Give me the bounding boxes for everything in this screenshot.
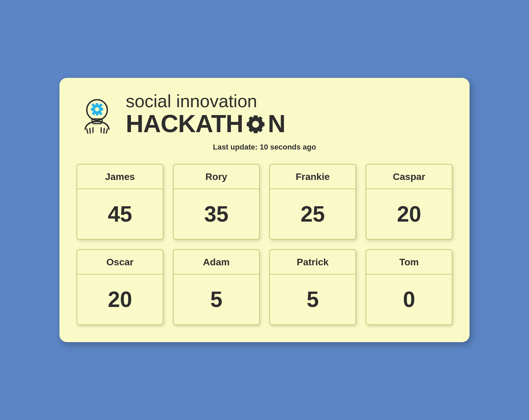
player-score: 20 bbox=[77, 275, 163, 324]
player-card-caspar: Caspar20 bbox=[366, 164, 452, 240]
svg-point-11 bbox=[95, 107, 99, 111]
player-name: James bbox=[77, 165, 163, 189]
svg-line-8 bbox=[104, 128, 104, 133]
title-top: social innovation bbox=[126, 92, 285, 111]
player-name: Tom bbox=[366, 250, 452, 275]
svg-line-4 bbox=[87, 129, 88, 133]
player-card-james: James45 bbox=[77, 164, 163, 240]
main-card: social innovation HACKATH N Last update:… bbox=[59, 78, 470, 342]
player-card-adam: Adam5 bbox=[173, 249, 260, 325]
player-score: 45 bbox=[77, 189, 163, 239]
svg-rect-12 bbox=[96, 103, 98, 106]
title-bottom: HACKATH N bbox=[126, 111, 285, 139]
player-score: 20 bbox=[366, 189, 452, 239]
player-score: 5 bbox=[174, 275, 259, 324]
player-score: 0 bbox=[366, 275, 452, 324]
player-score: 5 bbox=[270, 275, 355, 324]
svg-rect-15 bbox=[91, 108, 93, 111]
svg-rect-24 bbox=[247, 122, 250, 126]
header: social innovation HACKATH N bbox=[77, 92, 452, 139]
logo-icon bbox=[77, 95, 118, 136]
player-card-rory: Rory35 bbox=[173, 164, 260, 240]
header-text: social innovation HACKATH N bbox=[126, 92, 285, 139]
svg-rect-23 bbox=[254, 129, 258, 133]
player-card-frankie: Frankie25 bbox=[269, 164, 356, 240]
players-grid: James45Rory35Frankie25Caspar20Oscar20Ada… bbox=[77, 164, 452, 325]
svg-line-5 bbox=[90, 128, 90, 133]
player-name: Rory bbox=[174, 165, 259, 189]
svg-point-21 bbox=[252, 121, 259, 128]
player-score: 35 bbox=[174, 189, 259, 239]
svg-rect-14 bbox=[101, 108, 103, 111]
svg-rect-25 bbox=[261, 122, 264, 126]
player-name: Adam bbox=[174, 250, 259, 275]
subtitle: Last update: 10 seconds ago bbox=[77, 143, 452, 152]
player-name: Patrick bbox=[270, 250, 355, 275]
svg-rect-13 bbox=[96, 113, 98, 115]
player-card-oscar: Oscar20 bbox=[77, 249, 163, 325]
svg-rect-22 bbox=[254, 115, 258, 119]
player-card-tom: Tom0 bbox=[366, 249, 452, 325]
svg-line-7 bbox=[106, 129, 107, 133]
player-card-patrick: Patrick5 bbox=[269, 249, 356, 325]
player-name: Caspar bbox=[366, 165, 452, 189]
player-name: Oscar bbox=[77, 250, 163, 275]
player-score: 25 bbox=[270, 189, 355, 239]
player-name: Frankie bbox=[270, 165, 355, 189]
